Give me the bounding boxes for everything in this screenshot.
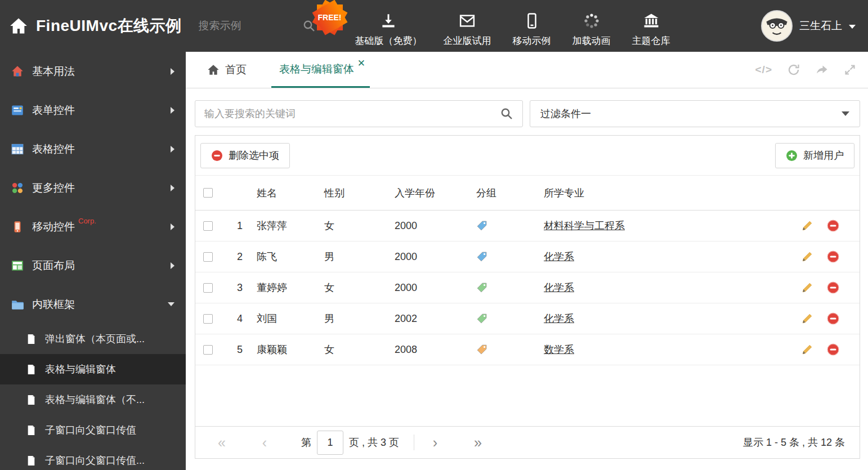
row-checkbox[interactable] bbox=[203, 314, 213, 324]
sidebar-subitem-label: 子窗口向父窗口传值 bbox=[45, 423, 136, 437]
sidebar-item-form-controls[interactable]: 表单控件 bbox=[0, 91, 186, 129]
sidebar-item-basic-usage[interactable]: 基本用法 bbox=[0, 52, 186, 91]
edit-pencil-icon[interactable] bbox=[801, 281, 813, 294]
select-all-checkbox[interactable] bbox=[203, 188, 213, 198]
page-number-input[interactable] bbox=[317, 431, 343, 455]
prev-page-button[interactable]: ‹ bbox=[253, 436, 276, 450]
cell-gender: 女 bbox=[324, 219, 395, 232]
delete-row-icon[interactable] bbox=[827, 312, 839, 325]
sidebar-item-label: 表单控件 bbox=[32, 103, 75, 118]
cell-name: 陈飞 bbox=[257, 250, 324, 263]
sidebar-item-more-controls[interactable]: 更多控件 bbox=[0, 168, 186, 207]
row-checkbox[interactable] bbox=[203, 345, 213, 355]
nav-item-enterprise-trial[interactable]: 企业版试用 bbox=[444, 5, 491, 47]
chevron-down-icon bbox=[842, 111, 849, 116]
chevron-right-icon bbox=[171, 223, 175, 230]
cell-name: 刘国 bbox=[257, 312, 324, 325]
sidebar-item-inline-frame[interactable]: 内联框架 bbox=[0, 285, 186, 324]
sidebar-item-grid-controls[interactable]: 表格控件 bbox=[0, 129, 186, 168]
expand-icon[interactable] bbox=[843, 63, 857, 77]
nav-item-theme-store[interactable]: 主题仓库 bbox=[632, 5, 670, 47]
keyword-search-input[interactable] bbox=[204, 108, 494, 120]
mobile-phone-icon bbox=[524, 12, 540, 29]
row-checkbox[interactable] bbox=[203, 221, 213, 231]
cell-name: 康颖颖 bbox=[257, 343, 324, 356]
major-link[interactable]: 材料科学与工程系 bbox=[544, 220, 625, 231]
sidebar-subitem-label: 表格与编辑窗体（不... bbox=[45, 393, 145, 406]
column-header-group[interactable]: 分组 bbox=[476, 186, 544, 200]
grid-empty-space bbox=[195, 365, 860, 426]
edit-pencil-icon[interactable] bbox=[801, 220, 813, 232]
tab-home[interactable]: 首页 bbox=[203, 52, 251, 88]
delete-row-icon[interactable] bbox=[827, 220, 839, 232]
header-search-input[interactable] bbox=[199, 20, 289, 32]
nav-item-mobile-demo[interactable]: 移动示例 bbox=[513, 5, 551, 47]
row-index: 5 bbox=[226, 344, 257, 356]
grid-toolbar: 删除选中项 新增用户 bbox=[195, 136, 860, 176]
sidebar-subitem-popup-window[interactable]: 弹出窗体（本页面或... bbox=[0, 324, 186, 354]
column-header-major[interactable]: 所学专业 bbox=[544, 186, 793, 200]
page-label-prefix: 第 bbox=[301, 436, 311, 449]
chevron-down-icon bbox=[849, 25, 856, 29]
row-checkbox[interactable] bbox=[203, 283, 213, 293]
major-link[interactable]: 化学系 bbox=[544, 282, 574, 293]
row-checkbox[interactable] bbox=[203, 252, 213, 262]
row-index: 1 bbox=[226, 220, 257, 232]
delete-selected-button[interactable]: 删除选中项 bbox=[200, 143, 290, 168]
avatar bbox=[761, 10, 793, 42]
sidebar-subitem-grid-edit-window-2[interactable]: 表格与编辑窗体（不... bbox=[0, 384, 186, 415]
sidebar-item-label: 更多控件 bbox=[32, 181, 75, 195]
grid-header-row: 姓名 性别 入学年份 分组 所学专业 bbox=[195, 176, 860, 211]
refresh-icon[interactable] bbox=[787, 63, 800, 77]
last-page-button[interactable]: » bbox=[466, 436, 490, 450]
column-header-year[interactable]: 入学年份 bbox=[395, 186, 476, 200]
app-logo[interactable]: FineUIMvc在线示例 bbox=[0, 15, 182, 37]
source-code-icon[interactable]: </> bbox=[755, 64, 772, 76]
filter-dropdown[interactable]: 过滤条件一 bbox=[530, 100, 860, 127]
table-icon bbox=[11, 143, 24, 155]
cell-year: 2008 bbox=[395, 344, 476, 356]
tag-icon bbox=[476, 251, 544, 262]
chevron-right-icon bbox=[171, 262, 175, 269]
nav-item-basic-free[interactable]: FREE! 基础版（免费） bbox=[355, 5, 422, 47]
cell-year: 2002 bbox=[395, 313, 476, 325]
layout-icon bbox=[11, 259, 24, 272]
cell-gender: 女 bbox=[324, 281, 395, 294]
major-link[interactable]: 数学系 bbox=[544, 344, 574, 355]
add-user-button[interactable]: 新增用户 bbox=[775, 143, 854, 168]
first-page-button[interactable]: « bbox=[210, 436, 234, 450]
major-link[interactable]: 化学系 bbox=[544, 251, 574, 262]
filter-dropdown-value: 过滤条件一 bbox=[540, 107, 591, 120]
column-header-name[interactable]: 姓名 bbox=[257, 186, 324, 200]
search-icon[interactable] bbox=[500, 107, 513, 120]
spinner-icon bbox=[583, 12, 600, 29]
user-menu[interactable]: 三生石上 bbox=[761, 10, 868, 42]
sidebar-subitem-grid-edit-window[interactable]: 表格与编辑窗体 bbox=[0, 354, 186, 384]
sidebar-subitem-child-to-parent-2[interactable]: 子窗口向父窗口传值... bbox=[0, 445, 186, 470]
row-index: 3 bbox=[226, 282, 257, 294]
username: 三生石上 bbox=[799, 19, 842, 33]
file-icon bbox=[26, 334, 37, 344]
major-link[interactable]: 化学系 bbox=[544, 313, 574, 324]
share-arrow-icon[interactable] bbox=[815, 63, 829, 77]
delete-row-icon[interactable] bbox=[827, 281, 839, 294]
sidebar-subitem-child-to-parent[interactable]: 子窗口向父窗口传值 bbox=[0, 415, 186, 445]
edit-pencil-icon[interactable] bbox=[801, 312, 813, 325]
mail-icon bbox=[459, 12, 476, 29]
nav-item-loading-animation[interactable]: 加载动画 bbox=[572, 5, 611, 47]
chevron-right-icon bbox=[171, 185, 175, 191]
sidebar-subitem-label: 子窗口向父窗口传值... bbox=[45, 454, 145, 467]
cell-name: 董婷婷 bbox=[257, 281, 324, 294]
sidebar-item-page-layout[interactable]: 页面布局 bbox=[0, 246, 186, 285]
sidebar-item-mobile-controls[interactable]: 移动控件 Corp. bbox=[0, 207, 186, 246]
tab-grid-edit-window[interactable]: 表格与编辑窗体 ✕ bbox=[271, 52, 370, 88]
close-icon[interactable]: ✕ bbox=[357, 59, 365, 68]
home-icon bbox=[207, 64, 220, 76]
delete-row-icon[interactable] bbox=[827, 250, 839, 263]
next-page-button[interactable]: › bbox=[423, 436, 447, 450]
edit-pencil-icon[interactable] bbox=[801, 250, 813, 263]
delete-row-icon[interactable] bbox=[827, 343, 839, 356]
column-header-gender[interactable]: 性别 bbox=[324, 186, 395, 200]
edit-pencil-icon[interactable] bbox=[801, 343, 813, 356]
page: { "accent": "#1e7d6c", "header": { "titl… bbox=[0, 0, 868, 470]
